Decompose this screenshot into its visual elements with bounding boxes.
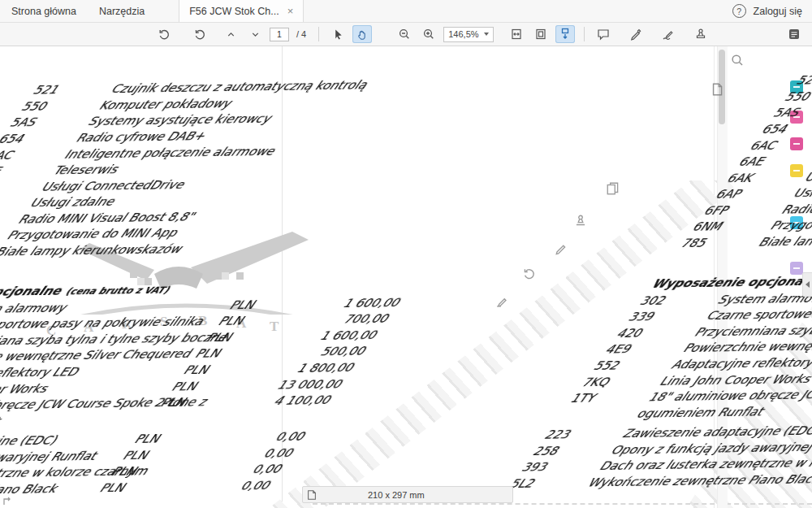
ghost-page-icon: [710, 82, 724, 100]
ghost-rotate-icon: [522, 267, 537, 284]
comment-icon[interactable]: [594, 25, 613, 43]
option-code: 654: [758, 120, 812, 137]
option-code: 785: [677, 233, 767, 250]
option-name: 18" aluminiowe obręcze JCW Course Spoke …: [0, 394, 168, 431]
tab-document[interactable]: F56 JCW Stok Ch... ×: [179, 0, 304, 22]
option-code: 5AS: [769, 104, 812, 121]
tab-tools[interactable]: Narzędzia: [88, 0, 156, 22]
option-name: 18" aluminiowe obręcze JCW Course Spoke …: [633, 384, 812, 421]
document-page-copy-right: 521Czujnik deszczu z automatyczną kontro…: [506, 64, 812, 492]
option-code: 521: [29, 81, 119, 98]
heading-title: Wyposażenie opcjonalne: [649, 274, 812, 291]
option-code: 7KQ: [578, 372, 667, 389]
page-total-label: / 4: [296, 29, 306, 39]
zoom-level-select[interactable]: 146,5%: [443, 27, 493, 42]
option-code: 302: [636, 291, 725, 308]
fit-page-icon[interactable]: [531, 25, 551, 43]
option-row: 5L2Wykończenie zewnętrzne Piano BlackPLN…: [0, 477, 276, 501]
ghost-magnifier-icon: [730, 53, 745, 71]
tab-home[interactable]: Strona główna: [0, 0, 88, 22]
document-page-copy-left: 521Czujnik deszczu z automatyczną kontro…: [0, 74, 562, 501]
option-price: 1 600,00: [275, 294, 406, 312]
option-price: 0,00: [179, 428, 310, 446]
stamp-icon[interactable]: [691, 25, 710, 43]
rotate-arrow-icon-2[interactable]: [190, 25, 209, 43]
option-name: Wykończenie zewnętrzne Piano Black: [0, 480, 107, 500]
option-code: 550: [781, 88, 812, 105]
option-code: 6AE: [735, 152, 812, 169]
next-page-icon[interactable]: [245, 25, 265, 43]
option-code: 1TY: [567, 389, 656, 406]
tab-tools-label: Narzędzia: [99, 6, 145, 17]
option-code: 6FP: [700, 201, 789, 218]
document-viewport[interactable]: CARSBAT 521Czujnik deszczu z automatyczn…: [0, 46, 812, 508]
option-price: 13 000,00: [218, 376, 348, 393]
previous-page-icon[interactable]: [221, 25, 240, 43]
toolbar-separator: [584, 27, 585, 41]
tools-pane-toggle[interactable]: [802, 272, 812, 297]
optional-equipment-heading: Wyposażenie opcjonalne(cena brutto z VAT…: [647, 267, 812, 293]
option-price: 0,00: [157, 461, 287, 479]
option-code: 552: [590, 356, 679, 373]
option-price: 0,00: [145, 477, 276, 495]
search-icon[interactable]: [784, 25, 812, 43]
option-code: 5L2: [506, 474, 595, 491]
option-price: 4 100,00: [205, 392, 336, 410]
glitch-dashed-line: [313, 503, 812, 505]
zoom-out-icon[interactable]: [395, 25, 414, 43]
option-code: 654: [0, 130, 84, 147]
option-code: 5AS: [6, 114, 95, 131]
sign-in-button[interactable]: Zaloguj się: [754, 6, 802, 17]
ghost-pencil-icon: [554, 241, 568, 258]
option-row: 1TY18" aluminiowe obręcze JCW Course Spo…: [0, 392, 336, 432]
ghost-pen-icon: [495, 293, 510, 311]
select-tool-icon[interactable]: [328, 25, 348, 43]
option-name: Białe lampy kierunkowskazów: [0, 239, 279, 259]
close-tab-icon[interactable]: ×: [287, 5, 294, 17]
document-tab-label: F56 JCW Stok Ch...: [189, 6, 279, 17]
chevron-down-icon: [484, 33, 489, 36]
option-price: 1 800,00: [229, 359, 360, 377]
app-tab-bar: Strona główna Narzędzia F56 JCW Stok Ch.…: [0, 0, 812, 23]
option-code: 6AP: [711, 185, 801, 202]
chevron-left-icon: [806, 281, 810, 288]
rotate-arrow-icon-1[interactable]: [154, 25, 174, 43]
ghost-stamp-icon: [573, 214, 588, 232]
option-price: 0,00: [168, 445, 299, 462]
option-code: 339: [624, 307, 714, 324]
draw-signature-icon[interactable]: [659, 25, 678, 43]
option-code: 6NM: [689, 217, 778, 234]
option-price: 700,00: [263, 310, 394, 328]
option-code: 420: [613, 323, 702, 341]
scrolling-mode-icon[interactable]: [555, 25, 575, 43]
hand-tool-icon[interactable]: [352, 25, 372, 43]
ghost-copy-page-icon: [606, 181, 620, 199]
option-code: 223: [541, 425, 630, 442]
page-size-label: 210 x 297 mm: [368, 490, 425, 500]
option-price: 500,00: [240, 343, 371, 361]
option-code: 258: [529, 441, 619, 458]
main-toolbar: / 4 146,5%: [0, 23, 812, 46]
option-code: 6AK: [723, 168, 812, 185]
option-code: 4E9: [602, 340, 691, 357]
heading-title: Wyposażenie opcjonalne: [0, 284, 67, 301]
heading-note: (cena brutto z VAT): [63, 284, 174, 297]
page-corner-icon: [306, 489, 317, 501]
option-code: 393: [517, 458, 607, 475]
zoom-level-value: 146,5%: [448, 29, 478, 39]
fill-sign-icon[interactable]: [626, 25, 646, 43]
page-number-input[interactable]: [270, 28, 289, 41]
page-size-indicator: 210 x 297 mm: [302, 486, 513, 503]
toolbar-separator: [318, 27, 319, 41]
option-code: 6AC: [746, 136, 812, 153]
help-icon[interactable]: ?: [732, 4, 746, 18]
tab-home-label: Strona główna: [11, 6, 76, 17]
zoom-in-icon[interactable]: [419, 25, 438, 43]
option-price: 1 600,00: [252, 327, 382, 345]
option-code: 550: [18, 98, 107, 115]
fit-width-icon[interactable]: [507, 25, 526, 43]
